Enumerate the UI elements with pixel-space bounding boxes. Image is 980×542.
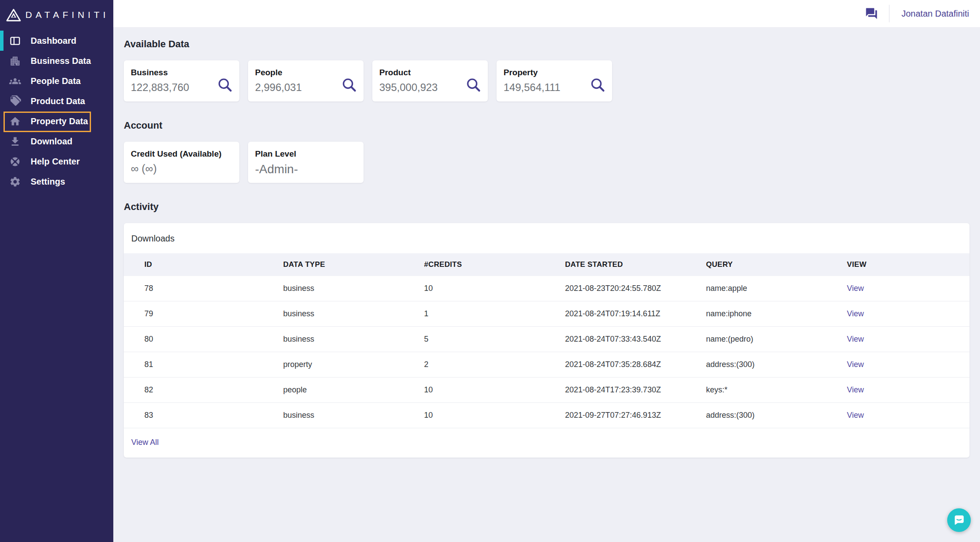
cell-credits: 10 [406, 284, 546, 293]
column-header: QUERY [688, 260, 829, 269]
property-data-card: Property 149,564,111 [497, 60, 612, 101]
search-icon[interactable] [589, 76, 606, 94]
cell-query: address:(300) [688, 411, 829, 420]
main-content: Available Data Business 122,883,760 Peop… [113, 27, 980, 542]
cell-query: name:apple [688, 284, 829, 293]
cell-id: 83 [124, 411, 265, 420]
sidebar-item-dashboard[interactable]: Dashboard [0, 31, 113, 51]
column-header: #CREDITS [406, 260, 546, 269]
topbar: Jonatan Datafiniti [113, 0, 980, 27]
cell-credits: 10 [406, 411, 546, 420]
cell-credits: 2 [406, 360, 546, 369]
view-link[interactable]: View [847, 335, 864, 344]
logo-triangle-icon [6, 8, 21, 22]
cell-id: 78 [124, 284, 265, 293]
view-link[interactable]: View [847, 284, 864, 293]
dashboard-icon [9, 35, 21, 47]
cell-date-started: 2021-08-23T20:24:55.780Z [546, 284, 687, 293]
cell-date-started: 2021-08-24T07:33:43.540Z [546, 335, 687, 344]
cell-date-started: 2021-09-27T07:27:46.913Z [546, 411, 687, 420]
sidebar: DATAFINITI Dashboard Business Data Peopl… [0, 0, 113, 542]
intercom-bubble-icon [952, 514, 966, 527]
view-all-row: View All [124, 428, 970, 458]
cell-id: 81 [124, 360, 265, 369]
cell-credits: 5 [406, 335, 546, 344]
account-card: Plan Level -Admin- [248, 142, 364, 183]
gear-icon [9, 176, 21, 188]
cell-id: 82 [124, 385, 265, 395]
sidebar-item-label: Download [31, 136, 73, 147]
tags-icon [9, 95, 21, 107]
sidebar-item-property-data[interactable]: Property Data [0, 111, 113, 131]
sidebar-item-settings[interactable]: Settings [0, 171, 113, 192]
available-data-cards: Business 122,883,760 People 2,996,031 Pr… [124, 60, 970, 101]
column-header: DATA TYPE [265, 260, 406, 269]
search-icon[interactable] [340, 76, 358, 94]
downloads-table-header: IDDATA TYPE#CREDITSDATE STARTEDQUERYVIEW [124, 253, 970, 276]
account-card-value: ∞ (∞) [131, 162, 232, 175]
sidebar-item-product-data[interactable]: Product Data [0, 91, 113, 111]
table-row: 81 property 2 2021-08-24T07:35:28.684Z a… [124, 352, 970, 378]
cell-data-type: business [265, 335, 406, 344]
home-icon [9, 115, 21, 127]
business-data-card: Business 122,883,760 [124, 60, 239, 101]
people-icon [9, 75, 21, 87]
table-row: 82 people 10 2021-08-24T17:23:39.730Z ke… [124, 378, 970, 403]
account-card-label: Credit Used (Available) [131, 149, 232, 159]
cell-id: 80 [124, 335, 265, 344]
cell-query: keys:* [688, 385, 829, 395]
sidebar-item-label: Product Data [31, 96, 85, 106]
cell-date-started: 2021-08-24T07:35:28.684Z [546, 360, 687, 369]
sidebar-item-label: Business Data [31, 56, 91, 66]
view-link[interactable]: View [847, 385, 864, 395]
view-link[interactable]: View [847, 309, 864, 318]
table-row: 78 business 10 2021-08-23T20:24:55.780Z … [124, 276, 970, 301]
download-icon [9, 136, 21, 147]
user-menu[interactable]: Jonatan Datafiniti [901, 9, 969, 19]
search-icon[interactable] [465, 76, 482, 94]
cell-query: address:(300) [688, 360, 829, 369]
help-ring-icon [9, 156, 21, 168]
view-link[interactable]: View [847, 360, 864, 369]
sidebar-item-label: Property Data [31, 116, 88, 126]
sidebar-item-label: Help Center [31, 157, 80, 167]
product-data-card: Product 395,000,923 [372, 60, 488, 101]
sidebar-item-people-data[interactable]: People Data [0, 71, 113, 91]
app-logo[interactable]: DATAFINITI [0, 0, 113, 23]
view-all-link[interactable]: View All [131, 438, 159, 447]
chat-launcher-button[interactable] [947, 508, 971, 532]
sidebar-nav: Dashboard Business Data People Data Prod… [0, 31, 113, 192]
sidebar-item-business-data[interactable]: Business Data [0, 51, 113, 71]
people-data-card: People 2,996,031 [248, 60, 364, 101]
cell-date-started: 2021-08-24T07:19:14.611Z [546, 309, 687, 318]
sidebar-item-download[interactable]: Download [0, 131, 113, 151]
column-header: DATE STARTED [546, 260, 687, 269]
table-row: 83 business 10 2021-09-27T07:27:46.913Z … [124, 403, 970, 428]
table-row: 80 business 5 2021-08-24T07:33:43.540Z n… [124, 327, 970, 352]
downloads-table-body: 78 business 10 2021-08-23T20:24:55.780Z … [124, 276, 970, 428]
cell-data-type: business [265, 411, 406, 420]
view-link[interactable]: View [847, 411, 864, 420]
sidebar-item-label: Dashboard [31, 36, 76, 46]
sidebar-item-label: Settings [31, 177, 65, 187]
building-icon [9, 55, 21, 67]
account-card-label: Plan Level [255, 149, 357, 159]
account-title: Account [124, 120, 970, 131]
cell-date-started: 2021-08-24T17:23:39.730Z [546, 385, 687, 395]
search-icon[interactable] [216, 76, 234, 94]
cell-data-type: business [265, 309, 406, 318]
column-header: ID [124, 260, 265, 269]
cell-credits: 1 [406, 309, 546, 318]
column-header: VIEW [829, 260, 970, 269]
account-card-value: -Admin- [255, 162, 357, 176]
topbar-divider [889, 5, 889, 22]
sidebar-item-help-center[interactable]: Help Center [0, 151, 113, 171]
available-data-title: Available Data [124, 38, 970, 50]
cell-data-type: property [265, 360, 406, 369]
active-indicator-bar [0, 31, 4, 51]
chat-bubbles-icon[interactable] [865, 7, 878, 20]
account-card: Credit Used (Available) ∞ (∞) [124, 142, 239, 183]
account-cards: Credit Used (Available) ∞ (∞) Plan Level… [124, 142, 970, 183]
downloads-card-title: Downloads [124, 223, 970, 253]
cell-query: name:(pedro) [688, 335, 829, 344]
